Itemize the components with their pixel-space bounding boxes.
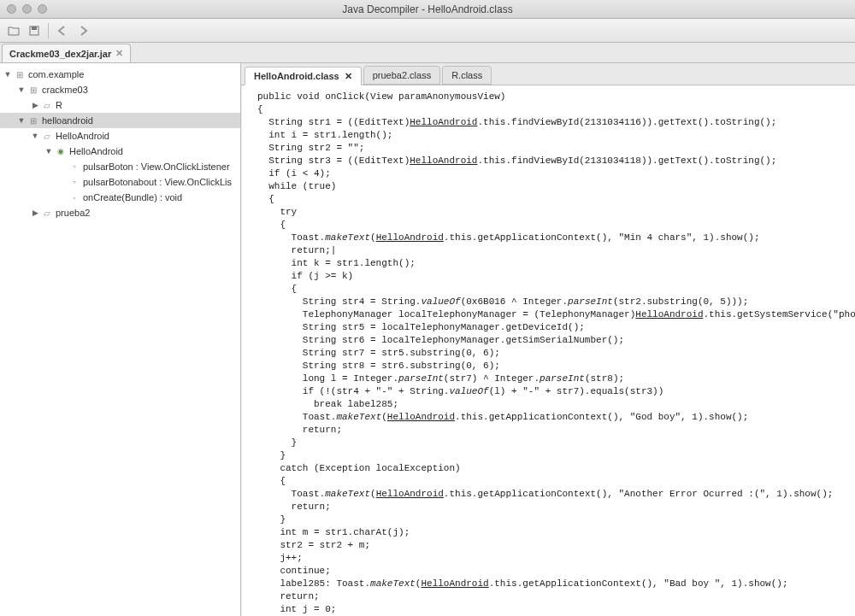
expand-arrow-icon[interactable]: ▼ [15, 116, 27, 125]
file-icon [41, 99, 53, 111]
field-icon [68, 176, 80, 188]
zoom-window-button[interactable] [38, 4, 47, 14]
pkg-icon [27, 114, 39, 126]
back-icon[interactable] [54, 22, 71, 39]
tree-item-label: com.example [28, 69, 84, 79]
class-tab[interactable]: HelloAndroid.class✕ [245, 67, 362, 85]
tree-item[interactable]: pulsarBotonabout : View.OnClickLis [0, 174, 240, 190]
tree-item[interactable]: ▼helloandroid [0, 113, 240, 128]
window-title: Java Decompiler - HelloAndroid.class [0, 3, 855, 15]
tree-item[interactable]: ▼HelloAndroid [0, 128, 240, 144]
tree-item[interactable]: ▶prueba2 [0, 205, 240, 220]
tree-item-label: crackme03 [42, 85, 88, 95]
close-icon[interactable]: ✕ [115, 48, 123, 59]
minimize-window-button[interactable] [22, 4, 32, 14]
save-icon[interactable] [26, 22, 43, 39]
tree-item[interactable]: ▼crackme03 [0, 82, 240, 97]
tree-item-label: helloandroid [42, 115, 93, 126]
expand-arrow-icon[interactable]: ▶ [29, 101, 41, 109]
content-pane: HelloAndroid.class✕prueba2.classR.class … [241, 63, 855, 616]
pkg-icon [14, 68, 26, 80]
expand-arrow-icon[interactable]: ▼ [29, 132, 41, 140]
svg-rect-1 [32, 26, 37, 30]
tree-item-label: R [56, 100, 62, 110]
class-tab[interactable]: prueba2.class [363, 66, 441, 85]
file-tab-bar: Crackme03_dex2jar.jar ✕ [0, 43, 855, 63]
file-tab[interactable]: Crackme03_dex2jar.jar ✕ [2, 44, 131, 62]
tree-item-label: HelloAndroid [69, 146, 123, 156]
tree-item[interactable]: ▼com.example [0, 67, 240, 82]
package-tree: ▼com.example▼crackme03▶R▼helloandroid▼He… [0, 63, 241, 616]
tree-item[interactable]: onCreate(Bundle) : void [0, 190, 240, 205]
tree-item-label: prueba2 [56, 208, 90, 218]
forward-icon[interactable] [74, 22, 91, 39]
close-icon[interactable]: ✕ [345, 71, 352, 82]
class-inner-icon [55, 145, 67, 157]
close-window-button[interactable] [7, 4, 16, 14]
tree-item-label: onCreate(Bundle) : void [83, 192, 182, 202]
tree-item[interactable]: ▶R [0, 97, 240, 113]
tree-item-label: HelloAndroid [56, 131, 109, 141]
toolbar-separator [48, 23, 49, 38]
expand-arrow-icon[interactable]: ▶ [29, 208, 41, 217]
expand-arrow-icon[interactable]: ▼ [2, 70, 14, 79]
main-area: ▼com.example▼crackme03▶R▼helloandroid▼He… [0, 63, 855, 616]
class-tab-label: HelloAndroid.class [254, 71, 339, 81]
class-tab[interactable]: R.class [442, 66, 492, 85]
tree-item[interactable]: pulsarBoton : View.OnClickListener [0, 159, 240, 174]
toolbar [0, 19, 855, 43]
class-tab-bar: HelloAndroid.class✕prueba2.classR.class [241, 63, 855, 85]
file-tab-label: Crackme03_dex2jar.jar [9, 49, 111, 59]
tree-item[interactable]: ▼HelloAndroid [0, 144, 240, 159]
class-tab-label: prueba2.class [373, 70, 432, 80]
source-code-view[interactable]: public void onClick(View paramAnonymousV… [241, 85, 855, 616]
file-icon [41, 130, 53, 142]
window-controls [0, 4, 47, 14]
expand-arrow-icon[interactable]: ▼ [15, 85, 27, 94]
titlebar: Java Decompiler - HelloAndroid.class [0, 0, 855, 19]
tree-item-label: pulsarBoton : View.OnClickListener [83, 161, 230, 172]
pkg-icon [27, 84, 39, 96]
field-icon [68, 161, 80, 173]
file-icon [41, 207, 53, 219]
open-file-icon[interactable] [5, 22, 22, 39]
expand-arrow-icon[interactable]: ▼ [43, 147, 55, 155]
class-tab-label: R.class [451, 70, 482, 80]
tree-item-label: pulsarBotonabout : View.OnClickLis [83, 177, 232, 187]
method-icon [68, 191, 80, 203]
